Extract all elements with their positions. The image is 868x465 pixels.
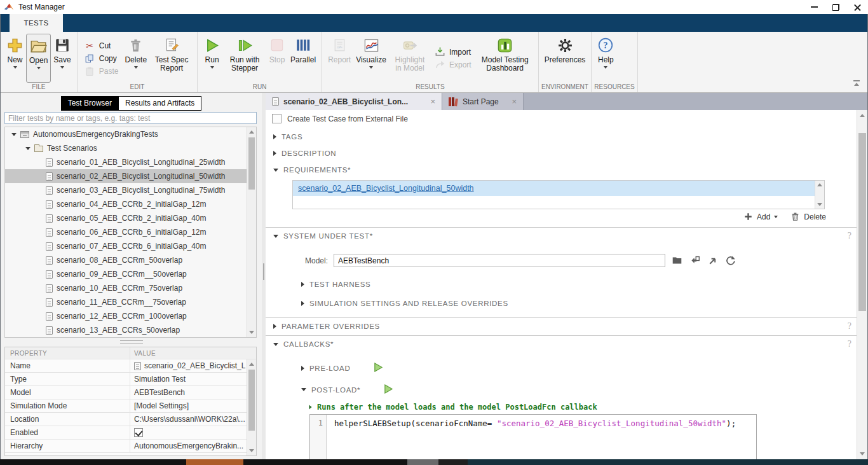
section-requirements[interactable]: REQUIREMENTS* (273, 166, 351, 174)
browse-model-button[interactable] (671, 255, 683, 267)
tree-scrollbar[interactable] (247, 127, 256, 337)
delete-button[interactable]: Delete (122, 34, 149, 83)
section-description[interactable]: DESCRIPTION (273, 149, 336, 157)
cut-button[interactable]: ✂ Cut (85, 40, 119, 51)
tab-start-page[interactable]: Start Page × (442, 93, 524, 110)
delete-requirement-button[interactable]: Delete (790, 212, 826, 221)
scroll-up-icon[interactable] (249, 130, 254, 134)
property-row-model[interactable]: Model AEBTestBench (5, 386, 256, 399)
test-spec-report-button[interactable]: Test Spec Report (149, 34, 194, 83)
collapse-caret-icon[interactable] (25, 147, 31, 150)
postload-hint-row[interactable]: Runs after the model loads and the model… (309, 403, 597, 412)
section-post-load[interactable]: POST-LOAD* (301, 384, 394, 396)
help-dropdown-icon[interactable] (604, 66, 607, 69)
tab-test-browser[interactable]: Test Browser (61, 96, 119, 111)
run-postload-button[interactable] (383, 384, 394, 396)
model-input[interactable] (334, 254, 665, 267)
run-button[interactable]: Run (201, 34, 223, 83)
minimize-button[interactable] (803, 0, 825, 14)
highlight-in-model-button[interactable]: Highlight in Model (389, 34, 431, 83)
add-dropdown-icon[interactable] (774, 216, 778, 218)
property-row-hierarchy[interactable]: Hierarchy AutonomousEmergencyBrakin... (5, 440, 256, 453)
sut-help-icon[interactable]: ? (848, 231, 851, 241)
import-button[interactable]: Import (435, 46, 471, 57)
run-preload-button[interactable] (373, 362, 384, 374)
tree-item-scenario-05[interactable]: scenario_05_AEB_CCRb_2_initialGap_40m (5, 211, 256, 225)
tree-scroll-thumb[interactable] (248, 137, 255, 190)
requirements-scrollbar[interactable] (815, 181, 824, 209)
enabled-checkbox[interactable] (134, 428, 143, 437)
callbacks-help-icon[interactable]: ? (848, 339, 851, 349)
code-line[interactable]: helperSLAEBSetup(scenarioFcnName= "scena… (327, 415, 736, 459)
run-dropdown-icon[interactable] (210, 66, 214, 69)
scroll-up-icon[interactable] (249, 363, 254, 366)
tree-item-scenario-10[interactable]: scenario_10_AEB_CCRm_75overlap (5, 281, 256, 295)
property-row-enabled[interactable]: Enabled (5, 426, 256, 440)
postload-code-editor[interactable]: 1 helperSLAEBSetup(scenarioFcnName= "sce… (309, 414, 757, 459)
property-row-location[interactable]: Location C:\Users\sdussani\WORK\22a\... (5, 413, 256, 426)
export-button[interactable]: Export (435, 59, 471, 70)
tree-item-scenario-12[interactable]: scenario_12_AEB_CCRm_100overlap (5, 309, 256, 323)
stop-button[interactable]: Stop (266, 34, 288, 83)
filter-tests-input[interactable] (4, 112, 257, 124)
refresh-model-button[interactable] (724, 255, 736, 267)
tree-item-scenario-04[interactable]: scenario_04_AEB_CCRb_2_initialGap_12m (5, 197, 256, 211)
property-scrollbar[interactable] (247, 359, 256, 455)
tree-item-scenario-08[interactable]: scenario_08_AEB_CCRm_50overlap (5, 253, 256, 267)
help-button[interactable]: ? Help (595, 34, 616, 83)
tree-item-scenario-02[interactable]: scenario_02_AEB_Bicyclist_Longitudinal_5… (5, 169, 256, 183)
tab-tests[interactable]: TESTS (10, 14, 63, 32)
tree-item-scenario-11[interactable]: scenario_11_AEB_CCRm__75overlap (5, 295, 256, 309)
run-with-stepper-button[interactable]: Run with Stepper (223, 34, 266, 83)
collapse-ribbon-button[interactable] (852, 80, 861, 87)
new-button[interactable]: New (4, 34, 26, 83)
tree-item-scenario-09[interactable]: scenario_09_AEB_CCRm__50overlap (5, 267, 256, 281)
tree-item-scenario-06[interactable]: scenario_06_AEB_CCRb_6_initialGap_12m (5, 225, 256, 239)
collapse-caret-icon[interactable] (11, 133, 17, 136)
scroll-down-icon[interactable] (860, 452, 865, 455)
model-testing-dashboard-button[interactable]: Model Testing Dashboard (475, 34, 535, 83)
parallel-button[interactable]: Parallel (288, 34, 318, 83)
visualize-dropdown-icon[interactable] (369, 66, 373, 69)
main-scrollbar[interactable] (857, 110, 867, 459)
requirement-row-selected[interactable]: scenario_02_AEB_Bicyclist_Longitudinal_5… (293, 181, 824, 196)
scroll-down-icon[interactable] (249, 449, 254, 452)
delete-dropdown-icon[interactable] (134, 66, 138, 69)
tree-item-suite-root[interactable]: AutonomousEmergencyBrakingTests (5, 127, 256, 141)
restore-button[interactable] (825, 0, 846, 14)
property-row-name[interactable]: Name scenario_02_AEB_Bicyclist_L (5, 359, 256, 373)
requirement-link[interactable]: scenario_02_AEB_Bicyclist_Longitudinal_5… (298, 184, 474, 193)
open-dropdown-icon[interactable] (37, 67, 41, 69)
tab-results-and-artifacts[interactable]: Results and Artifacts (119, 96, 201, 111)
panel-splitter-handle[interactable] (115, 340, 148, 344)
section-tags[interactable]: TAGS (273, 133, 302, 141)
section-system-under-test[interactable]: SYSTEM UNDER TEST* (273, 232, 373, 240)
tree-item-scenario-01[interactable]: scenario_01_AEB_Bicyclist_Longitudinal_2… (5, 155, 256, 169)
property-row-type[interactable]: Type Simulation Test (5, 373, 256, 386)
report-button[interactable]: Report (325, 34, 353, 83)
tree-item-scenario-13[interactable]: scenario_13_AEB_CCRs_50overlap (5, 323, 256, 337)
tree-item-scenario-03[interactable]: scenario_03_AEB_Bicyclist_Longitudinal_7… (5, 183, 256, 197)
section-pre-load[interactable]: PRE-LOAD (301, 362, 384, 374)
open-button[interactable]: Open (26, 34, 51, 83)
scroll-up-icon[interactable] (860, 114, 865, 117)
section-test-harness[interactable]: TEST HARNESS (301, 281, 370, 288)
close-button[interactable] (846, 0, 868, 14)
property-row-simulation-mode[interactable]: Simulation Mode [Model Settings] (5, 399, 256, 413)
use-current-model-button[interactable] (689, 255, 701, 267)
section-parameter-overrides[interactable]: PARAMETER OVERRIDES (273, 323, 380, 330)
section-callbacks[interactable]: CALLBACKS* (273, 340, 334, 348)
parameter-overrides-help-icon[interactable]: ? (848, 321, 851, 331)
paste-button[interactable]: Paste (85, 66, 119, 76)
tab-close-icon[interactable]: × (430, 97, 435, 106)
save-button[interactable]: Save (51, 34, 73, 83)
scroll-up-icon[interactable] (817, 183, 822, 186)
save-dropdown-icon[interactable] (60, 66, 64, 69)
visualize-button[interactable]: Visualize (353, 34, 389, 83)
scroll-down-icon[interactable] (817, 203, 822, 206)
preferences-button[interactable]: Preferences (542, 34, 588, 83)
create-from-external-file-checkbox[interactable] (272, 114, 281, 123)
tab-scenario-02[interactable]: scenario_02_AEB_Bicyclist_Lon... × (266, 93, 442, 110)
tree-item-scenario-07[interactable]: scenario_07_AEB_CCRb_6_initialGap_40m (5, 239, 256, 253)
section-simulation-settings[interactable]: SIMULATION SETTINGS AND RELEASE OVERRIDE… (301, 300, 508, 307)
